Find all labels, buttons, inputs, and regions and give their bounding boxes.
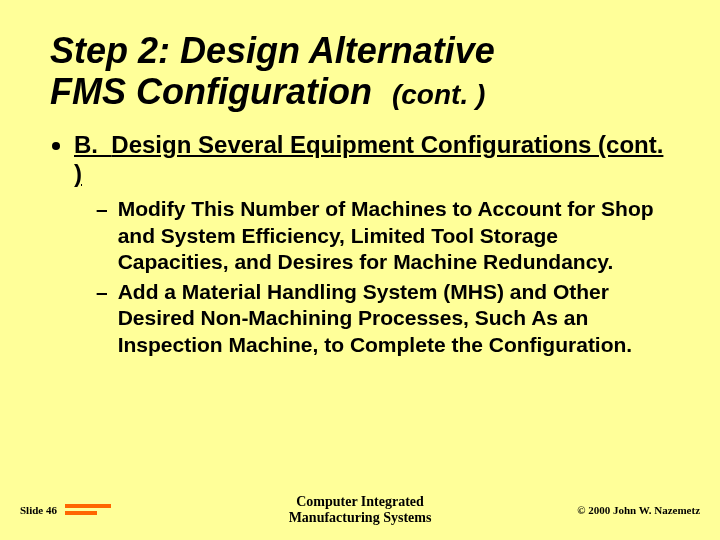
slide: Step 2: Design Alternative FMS Configura… xyxy=(0,0,720,540)
slide-number: Slide 46 xyxy=(20,504,57,516)
footer-left: Slide 46 xyxy=(20,501,247,518)
bullet-main-text: B. Design Several Equipment Configuratio… xyxy=(74,131,670,189)
sub-bullet-item: – Modify This Number of Machines to Acco… xyxy=(96,196,670,275)
title-cont: (cont. ) xyxy=(392,79,485,110)
copyright: © 2000 John W. Nazemetz xyxy=(577,504,700,516)
sub-bullet-list: – Modify This Number of Machines to Acco… xyxy=(96,196,670,358)
title-line2: FMS Configuration xyxy=(50,71,372,112)
dash-icon: – xyxy=(96,196,108,275)
sub-bullet-text: Add a Material Handling System (MHS) and… xyxy=(118,279,670,358)
bullet-main: B. Design Several Equipment Configuratio… xyxy=(52,131,670,189)
sub-bullet-text: Modify This Number of Machines to Accoun… xyxy=(118,196,670,275)
bullet-dot-icon xyxy=(52,142,60,150)
dash-icon: – xyxy=(96,279,108,358)
accent-bars-icon xyxy=(65,501,111,518)
footer-center-line2: Manufacturing Systems xyxy=(289,510,432,525)
footer: Slide 46 Computer Integrated Manufacturi… xyxy=(0,494,720,526)
footer-center: Computer Integrated Manufacturing System… xyxy=(247,494,474,526)
bullet-body: Design Several Equipment Configurations … xyxy=(74,131,663,187)
sub-bullet-item: – Add a Material Handling System (MHS) a… xyxy=(96,279,670,358)
slide-title: Step 2: Design Alternative FMS Configura… xyxy=(50,30,670,113)
footer-right: © 2000 John W. Nazemetz xyxy=(473,504,700,516)
footer-center-line1: Computer Integrated xyxy=(296,494,424,509)
bullet-letter: B. xyxy=(74,131,98,158)
title-line1: Step 2: Design Alternative xyxy=(50,30,495,71)
